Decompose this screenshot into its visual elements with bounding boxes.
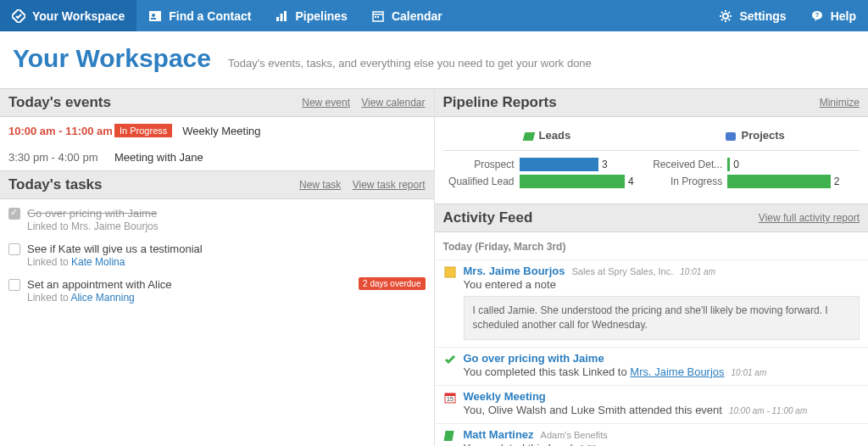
feed-item: Mrs. Jaime BourjosSales at Spry Sales, I…	[435, 259, 869, 347]
svg-rect-5	[281, 14, 283, 21]
feed-item-line2: You, Olive Walsh and Luke Smith attended…	[464, 404, 860, 416]
events-list: 10:00 am - 11:00 amIn ProgressWeekly Mee…	[0, 117, 434, 170]
svg-line-16	[721, 12, 723, 14]
feed-item-time: 10:01 am	[680, 267, 715, 276]
task-title: Go over pricing with Jaime	[27, 207, 426, 220]
in-progress-badge: In Progress	[114, 124, 172, 137]
minimize-link[interactable]: Minimize	[820, 97, 860, 109]
nav-pipelines[interactable]: Pipelines	[263, 0, 359, 31]
nav-settings[interactable]: Settings	[707, 0, 798, 31]
page-subtitle: Today's events, tasks, and everything el…	[228, 57, 592, 70]
svg-rect-22	[445, 267, 455, 277]
event-row[interactable]: 10:00 am - 11:00 amIn ProgressWeekly Mee…	[0, 117, 434, 144]
svg-line-18	[721, 19, 723, 20]
svg-rect-1	[149, 11, 161, 21]
task-checkbox[interactable]	[8, 279, 20, 291]
new-task-link[interactable]: New task	[299, 179, 341, 191]
nav-help[interactable]: ? Help	[798, 0, 868, 31]
nav-find-contact[interactable]: Find a Contact	[136, 0, 263, 31]
feed-note-body: I called Jamie. She understood the prici…	[464, 296, 860, 340]
bar-track: 0	[727, 158, 860, 171]
pipeline-projects: Projects Received Det...0In Progress2	[651, 124, 860, 192]
feed-item: Matt MartinezAdam's BenefitsYou updated …	[435, 423, 869, 446]
tasks-header: Today's tasks New task View task report	[0, 170, 434, 199]
page-title: Your Workspace	[13, 44, 211, 73]
pipeline-bar-row: Qualified Lead4	[443, 175, 652, 188]
svg-line-17	[729, 19, 731, 20]
feed-body: Today (Friday, March 3rd) Mrs. Jaime Bou…	[435, 232, 869, 446]
bar-value: 3	[602, 159, 608, 170]
bar-label: Qualified Lead	[443, 176, 520, 187]
cal-icon: 15	[443, 391, 457, 404]
svg-text:?: ?	[815, 11, 819, 19]
pipeline-bar-row: In Progress2	[651, 175, 860, 188]
section-title: Activity Feed	[443, 209, 533, 226]
section-title: Pipeline Reports	[443, 94, 557, 111]
feed-item-line2: You completed this task Linked to Mrs. J…	[464, 365, 860, 378]
feed-item-title[interactable]: Weekly Meeting	[464, 390, 546, 403]
bar-label: Received Det...	[651, 159, 727, 170]
view-calendar-link[interactable]: View calendar	[361, 97, 425, 109]
nav-label: Pipelines	[295, 9, 347, 23]
task-linked: Linked to Mrs. Jaime Bourjos	[27, 220, 426, 232]
feed-header: Activity Feed View full activity report	[435, 203, 869, 232]
new-event-link[interactable]: New event	[302, 97, 350, 109]
pipeline-leads: Leads Prospect3Qualified Lead4	[443, 124, 652, 192]
feed-item-time: 10:00 am - 11:00 am	[729, 406, 807, 415]
bar-fill	[727, 158, 730, 171]
nav-calendar[interactable]: Calendar	[359, 0, 454, 31]
view-activity-report-link[interactable]: View full activity report	[759, 212, 860, 224]
bar-value: 4	[628, 176, 634, 187]
pipeline-body: Leads Prospect3Qualified Lead4 Projects …	[435, 117, 869, 203]
section-title: Today's events	[8, 94, 111, 111]
chart-icon	[275, 9, 288, 23]
svg-rect-9	[375, 16, 376, 18]
check-diamond-icon	[12, 9, 25, 23]
feed-item-title[interactable]: Go over pricing with Jaime	[464, 352, 604, 365]
nav-label: Find a Contact	[169, 9, 251, 23]
nav-workspace[interactable]: Your Workspace	[0, 0, 136, 31]
bar-fill	[727, 175, 830, 188]
svg-point-2	[152, 14, 155, 17]
task-row: Go over pricing with JaimeLinked to Mrs.…	[0, 199, 434, 235]
svg-rect-26	[443, 431, 453, 441]
feed-item-meta: Sales at Spry Sales, Inc.	[571, 266, 673, 276]
pipe-col-title: Leads	[539, 129, 571, 142]
feed-item-line2: You updated this Lead9:58 am	[464, 442, 860, 446]
feed-item-title[interactable]: Matt Martinez	[464, 428, 534, 441]
projects-icon	[726, 132, 736, 141]
event-time: 10:00 am - 11:00 am	[8, 125, 114, 137]
task-checkbox[interactable]	[8, 208, 20, 220]
svg-point-11	[723, 14, 728, 19]
top-nav: Your Workspace Find a Contact Pipelines …	[0, 0, 868, 31]
nav-label: Settings	[739, 9, 786, 23]
task-linked-contact[interactable]: Kate Molina	[71, 256, 125, 268]
task-row: See if Kate will give us a testimonialLi…	[0, 235, 434, 270]
pipeline-bar-row: Prospect3	[443, 158, 652, 171]
task-linked-contact[interactable]: Alice Manning	[70, 292, 134, 304]
bar-label: Prospect	[443, 159, 520, 170]
svg-text:15: 15	[447, 396, 453, 402]
feed-linked-contact[interactable]: Mrs. Jaime Bourjos	[630, 365, 724, 378]
pipeline-header: Pipeline Reports Minimize	[435, 88, 869, 117]
feed-item-title[interactable]: Mrs. Jaime Bourjos	[464, 265, 565, 277]
feed-item: Go over pricing with JaimeYou completed …	[435, 347, 869, 385]
nav-label: Your Workspace	[32, 9, 125, 23]
feed-item: 15Weekly MeetingYou, Olive Walsh and Luk…	[435, 385, 869, 423]
lead-icon	[443, 429, 457, 443]
bar-track: 3	[520, 158, 652, 171]
event-row[interactable]: 3:30 pm - 4:00 pmMeeting with Jane	[0, 144, 434, 170]
bar-fill	[520, 175, 626, 188]
check-icon	[443, 353, 457, 366]
svg-rect-4	[276, 17, 279, 21]
bar-label: In Progress	[651, 176, 727, 187]
svg-rect-10	[377, 16, 379, 18]
bar-value: 0	[733, 159, 739, 170]
task-checkbox[interactable]	[8, 243, 20, 255]
events-header: Today's events New event View calendar	[0, 88, 434, 117]
section-title: Today's tasks	[8, 176, 103, 193]
event-time: 3:30 pm - 4:00 pm	[8, 151, 114, 164]
view-task-report-link[interactable]: View task report	[353, 179, 426, 191]
task-title: See if Kate will give us a testimonial	[27, 243, 426, 255]
gear-icon	[719, 9, 732, 23]
